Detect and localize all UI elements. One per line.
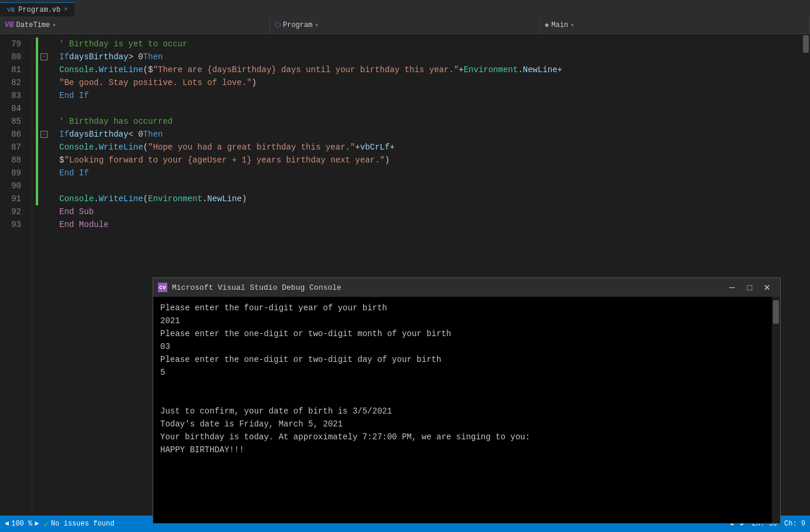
debug-console-window: cv Microsoft Visual Studio Debug Console… bbox=[153, 277, 781, 524]
console-output-line: Today's date is Friday, March 5, 2021 bbox=[160, 418, 761, 431]
check-icon: ✔ bbox=[43, 519, 48, 529]
program-vb-tab[interactable]: VB Program.vb × bbox=[0, 2, 75, 16]
console-output-line: 2021 bbox=[160, 314, 761, 327]
line-number: 81 bbox=[0, 63, 26, 76]
collapse-area bbox=[41, 192, 52, 205]
margin-indicator bbox=[32, 167, 38, 179]
collapse-area: − bbox=[41, 128, 52, 141]
code-line: "Be good. Stay positive. Lots of love.") bbox=[59, 76, 802, 89]
code-line: If daysBirthday < 0 Then bbox=[59, 128, 802, 141]
margin-indicator bbox=[32, 89, 38, 102]
collapse-button[interactable]: − bbox=[41, 131, 48, 138]
console-output-line: HAPPY BIRTHDAY!!! bbox=[160, 443, 761, 456]
class-dropdown-label: DateTime bbox=[16, 21, 50, 29]
member-dropdown[interactable]: ◈ Main ▾ bbox=[540, 16, 810, 33]
line-number: 84 bbox=[0, 102, 26, 115]
console-output-line bbox=[160, 392, 761, 405]
margin-indicator bbox=[32, 128, 38, 141]
console-icon-label: cv bbox=[159, 284, 166, 291]
collapse-area bbox=[41, 89, 52, 102]
line-number: 89 bbox=[0, 167, 26, 179]
line-number: 87 bbox=[0, 141, 26, 154]
code-line: End If bbox=[59, 167, 802, 179]
code-line: Console.WriteLine(Environment.NewLine) bbox=[59, 192, 802, 205]
collapse-area bbox=[41, 76, 52, 89]
collapse-area bbox=[41, 154, 52, 167]
console-output-line: Just to confirm, your date of birth is 3… bbox=[160, 405, 761, 418]
module-dropdown[interactable]: ⬡ Program ▾ bbox=[270, 16, 540, 33]
member-icon: ◈ bbox=[545, 21, 549, 29]
code-line: $"Looking forward to your {ageUser + 1} … bbox=[59, 154, 802, 167]
code-line: Console.WriteLine($"There are {daysBirth… bbox=[59, 63, 802, 76]
margin-indicator bbox=[32, 115, 38, 128]
code-line: If daysBirthday > 0 Then bbox=[59, 50, 802, 63]
console-controls: ─ □ ✕ bbox=[724, 281, 775, 294]
tab-bar: VB Program.vb × bbox=[0, 0, 810, 16]
code-line: ' Birthday has occurred bbox=[59, 115, 802, 128]
line-number: 90 bbox=[0, 179, 26, 192]
class-dropdown[interactable]: VB DateTime ▾ bbox=[0, 16, 270, 33]
line-number: 88 bbox=[0, 154, 26, 167]
col-position: Ch: 9 bbox=[784, 520, 805, 528]
console-title-bar: cv Microsoft Visual Studio Debug Console… bbox=[153, 278, 780, 297]
collapse-area bbox=[41, 167, 52, 179]
console-output-line: Please enter the one-digit or two-digit … bbox=[160, 353, 761, 366]
member-dropdown-arrow: ▾ bbox=[571, 22, 574, 29]
collapse-area bbox=[41, 63, 52, 76]
editor-scrollbar[interactable] bbox=[802, 34, 810, 516]
margin-indicator bbox=[32, 50, 38, 63]
tab-filename: Program.vb bbox=[18, 6, 60, 14]
margin-indicator bbox=[32, 154, 38, 167]
console-output-line: 03 bbox=[160, 340, 761, 353]
editor-scrollbar-thumb[interactable] bbox=[803, 35, 809, 53]
zoom-control: ◄ 100 % ► bbox=[5, 520, 39, 528]
code-line: ' Birthday is yet to occur bbox=[59, 38, 802, 50]
zoom-arrow-right[interactable]: ► bbox=[35, 520, 39, 528]
margin-indicator bbox=[32, 38, 38, 50]
console-output-line: Your birthday is today. At approximately… bbox=[160, 431, 761, 443]
console-scrollbar[interactable] bbox=[772, 297, 780, 523]
margin-indicator bbox=[32, 102, 38, 115]
vb-file-icon: VB bbox=[7, 6, 15, 13]
margin-indicator bbox=[32, 141, 38, 154]
console-title-text: Microsoft Visual Studio Debug Console bbox=[172, 283, 719, 292]
margin-indicator bbox=[32, 179, 38, 192]
collapse-area bbox=[41, 218, 52, 231]
console-output[interactable]: Please enter the four-digit year of your… bbox=[153, 297, 780, 523]
issues-indicator: ✔ No issues found bbox=[43, 519, 114, 529]
console-close-button[interactable]: ✕ bbox=[759, 281, 775, 294]
console-text-area: Please enter the four-digit year of your… bbox=[160, 301, 773, 456]
line-number: 91 bbox=[0, 192, 26, 205]
tab-close-button[interactable]: × bbox=[64, 6, 68, 13]
margin-indicator bbox=[32, 76, 38, 89]
module-dropdown-label: Program bbox=[283, 21, 312, 29]
line-number: 93 bbox=[0, 218, 26, 231]
margin-indicator bbox=[32, 63, 38, 76]
collapse-area bbox=[41, 38, 52, 50]
line-number: 80 bbox=[0, 50, 26, 63]
zoom-level: 100 % bbox=[11, 520, 32, 528]
code-line: End If bbox=[59, 89, 802, 102]
collapse-area bbox=[41, 179, 52, 192]
console-minimize-button[interactable]: ─ bbox=[724, 281, 740, 294]
collapse-margin: −− bbox=[41, 34, 52, 516]
console-maximize-button[interactable]: □ bbox=[741, 281, 758, 294]
status-left: ◄ 100 % ► ✔ No issues found bbox=[5, 519, 114, 529]
console-output-line: Please enter the one-digit or two-digit … bbox=[160, 327, 761, 340]
code-line: Console.WriteLine("Hope you had a great … bbox=[59, 141, 802, 154]
console-output-line: Please enter the four-digit year of your… bbox=[160, 301, 761, 314]
console-scrollbar-thumb[interactable] bbox=[773, 300, 779, 324]
dropdown-bar: VB DateTime ▾ ⬡ Program ▾ ◈ Main ▾ bbox=[0, 16, 810, 34]
line-number: 79 bbox=[0, 38, 26, 50]
class-dropdown-arrow: ▾ bbox=[52, 22, 56, 29]
code-line bbox=[59, 179, 802, 192]
margin-bar bbox=[32, 34, 41, 516]
collapse-area bbox=[41, 141, 52, 154]
code-line bbox=[59, 102, 802, 115]
margin-indicator bbox=[32, 192, 38, 205]
margin-indicator bbox=[32, 218, 38, 231]
module-icon: ⬡ bbox=[275, 21, 281, 29]
collapse-area: − bbox=[41, 50, 52, 63]
zoom-arrow-left[interactable]: ◄ bbox=[5, 520, 9, 528]
collapse-button[interactable]: − bbox=[41, 53, 48, 60]
